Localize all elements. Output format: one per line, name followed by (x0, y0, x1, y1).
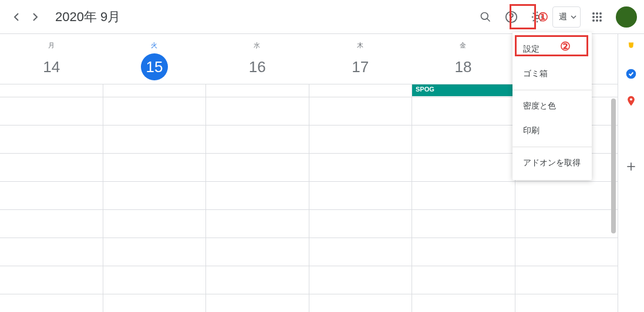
help-icon[interactable] (500, 5, 523, 29)
hour-cell[interactable] (0, 182, 103, 209)
hour-cell[interactable] (412, 182, 515, 209)
menu-trash[interactable]: ゴミ箱 (512, 62, 592, 86)
hour-cell[interactable] (205, 238, 309, 266)
hour-cell[interactable] (103, 294, 206, 312)
svg-point-4 (535, 15, 539, 19)
hour-cell[interactable] (205, 97, 309, 125)
hour-cell[interactable] (0, 126, 103, 153)
next-button[interactable] (26, 8, 45, 26)
hour-cell[interactable] (205, 294, 309, 312)
hour-cell[interactable] (0, 97, 103, 125)
hour-cell[interactable] (0, 294, 103, 312)
hour-row (0, 294, 618, 312)
hour-cell[interactable] (205, 266, 309, 294)
svg-point-12 (596, 19, 598, 22)
svg-point-8 (592, 16, 595, 18)
day-column: 月14 (0, 34, 103, 84)
hour-cell[interactable] (205, 126, 309, 153)
day-column: 木17 (309, 34, 412, 84)
hour-cell[interactable] (412, 210, 515, 238)
settings-gear-icon[interactable] (525, 5, 549, 29)
menu-print[interactable]: 印刷 (512, 118, 592, 143)
hour-cell[interactable] (309, 210, 412, 238)
svg-point-11 (592, 19, 595, 22)
allday-cell[interactable] (205, 84, 309, 97)
maps-icon[interactable] (625, 95, 637, 107)
menu-settings[interactable]: 設定 (512, 37, 592, 62)
hour-cell[interactable] (309, 266, 412, 294)
scrollbar[interactable] (609, 99, 618, 239)
hour-cell[interactable] (205, 210, 309, 238)
hour-cell[interactable] (103, 97, 206, 125)
hour-cell[interactable] (309, 294, 412, 312)
day-number[interactable]: 14 (38, 53, 65, 80)
view-label: 週 (559, 12, 567, 22)
tasks-icon[interactable] (625, 68, 637, 80)
menu-addons[interactable]: アドオンを取得 (512, 151, 592, 175)
keep-icon[interactable] (625, 41, 637, 53)
hour-cell[interactable] (103, 182, 206, 209)
svg-line-1 (487, 18, 490, 21)
allday-cell[interactable] (0, 84, 103, 97)
day-column: 水16 (206, 34, 309, 84)
day-of-week: 金 (460, 41, 467, 50)
hour-cell[interactable] (0, 154, 103, 181)
hour-cell[interactable] (0, 210, 103, 238)
prev-button[interactable] (7, 8, 26, 26)
menu-density[interactable]: 密度と色 (512, 94, 592, 118)
hour-cell[interactable] (515, 182, 618, 209)
hour-cell[interactable] (309, 154, 412, 181)
hour-cell[interactable] (412, 154, 515, 181)
hour-cell[interactable] (309, 126, 412, 153)
hour-cell[interactable] (412, 266, 515, 294)
day-column: 金18 (412, 34, 514, 84)
hour-cell[interactable] (412, 126, 515, 153)
scroll-thumb[interactable] (611, 99, 616, 233)
menu-divider (512, 147, 592, 147)
hour-cell[interactable] (103, 210, 206, 238)
hour-row (0, 238, 618, 266)
hour-cell[interactable] (103, 266, 206, 294)
avatar[interactable] (616, 6, 637, 28)
day-of-week: 木 (357, 41, 364, 50)
apps-grid-icon[interactable] (585, 5, 609, 29)
svg-point-15 (630, 98, 632, 100)
view-selector[interactable]: 週 (552, 6, 581, 28)
hour-cell[interactable] (515, 210, 618, 238)
svg-point-3 (511, 19, 512, 20)
day-of-week: 水 (254, 41, 261, 50)
day-of-week: 火 (151, 41, 158, 50)
hour-cell[interactable] (0, 238, 103, 266)
hour-cell[interactable] (515, 238, 618, 266)
add-addon-icon[interactable] (625, 161, 637, 172)
hour-cell[interactable] (205, 154, 309, 181)
hour-cell[interactable] (0, 266, 103, 294)
hour-cell[interactable] (412, 97, 515, 125)
hour-cell[interactable] (103, 154, 206, 181)
allday-cell[interactable]: SPOG (412, 84, 515, 97)
day-number[interactable]: 18 (450, 53, 477, 80)
day-number[interactable]: 17 (347, 53, 374, 80)
search-icon[interactable] (474, 5, 497, 29)
allday-cell[interactable] (309, 84, 412, 97)
hour-cell[interactable] (412, 294, 515, 312)
hour-cell[interactable] (103, 238, 206, 266)
day-number[interactable]: 16 (244, 53, 271, 80)
allday-cell[interactable] (103, 84, 206, 97)
event-chip[interactable]: SPOG (412, 84, 515, 96)
hour-cell[interactable] (309, 97, 412, 125)
svg-point-9 (596, 16, 598, 18)
hour-row (0, 182, 618, 210)
side-panel (618, 0, 644, 312)
svg-point-5 (592, 12, 595, 15)
day-number[interactable]: 15 (141, 53, 168, 80)
hour-cell[interactable] (309, 182, 412, 209)
hour-cell[interactable] (309, 238, 412, 266)
svg-point-13 (599, 19, 602, 22)
hour-cell[interactable] (412, 238, 515, 266)
settings-menu: 設定 ゴミ箱 密度と色 印刷 アドオンを取得 (512, 32, 592, 180)
hour-cell[interactable] (103, 126, 206, 153)
hour-cell[interactable] (205, 182, 309, 209)
hour-cell[interactable] (515, 266, 618, 294)
hour-cell[interactable] (515, 294, 618, 312)
